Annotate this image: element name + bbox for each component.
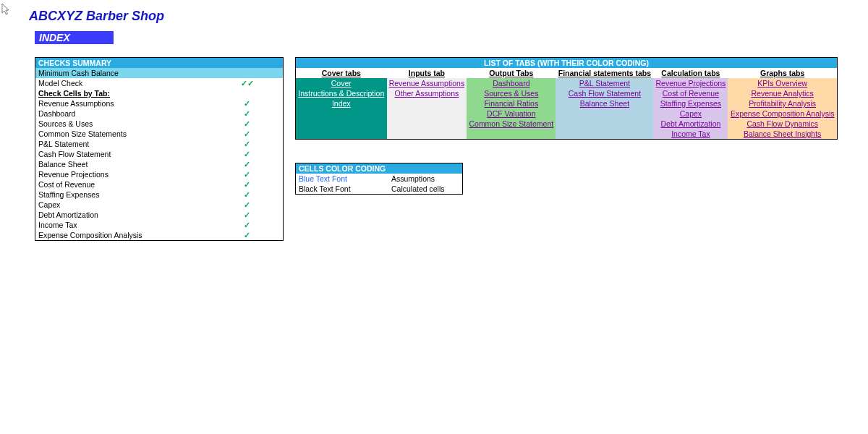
- checks-header: CHECKS SUMMARY: [35, 58, 284, 69]
- coding-label: Black Text Font: [296, 184, 389, 195]
- tabs-column-header: Graphs tabs: [728, 68, 837, 78]
- tab-link[interactable]: DCF Valuation: [487, 109, 536, 118]
- list-of-tabs-table: LIST OF TABS (WITH THEIR COLOR CODING) C…: [295, 57, 838, 140]
- check-mark-icon: ✓: [211, 169, 284, 179]
- tabs-column-header: Financial statements tabs: [556, 68, 653, 78]
- checks-row-label: Cost of Revenue: [35, 179, 212, 190]
- coding-meaning: Calculated cells: [388, 184, 463, 195]
- tab-link[interactable]: Dashboard: [493, 79, 529, 88]
- tab-link[interactable]: Balance Sheet: [580, 99, 629, 108]
- checks-row-label: Balance Sheet: [35, 159, 212, 169]
- tab-link[interactable]: Revenue Assumptions: [389, 79, 464, 88]
- tabs-column-header: Inputs tab: [387, 68, 467, 78]
- tabs-column-header: Calculation tabs: [653, 68, 728, 78]
- tab-link[interactable]: Balance Sheet Insights: [744, 129, 821, 138]
- tab-link[interactable]: Financial Ratios: [484, 99, 538, 108]
- checks-row-label: Check Cells by Tab:: [35, 88, 212, 98]
- page-title: ABCXYZ Barber Shop: [29, 9, 868, 24]
- tab-link[interactable]: Sources & Uses: [484, 89, 538, 98]
- check-mark-icon: [211, 68, 284, 78]
- tab-link[interactable]: Revenue Analytics: [751, 89, 813, 98]
- check-mark-icon: ✓: [211, 220, 284, 230]
- check-mark-icon: ✓: [211, 139, 284, 149]
- checks-row-label: Sources & Uses: [35, 119, 212, 129]
- checks-row-label: Expense Composition Analysis: [35, 230, 212, 241]
- checks-row-label: Income Tax: [35, 220, 212, 230]
- cells-color-coding-table: CELLS COLOR CODING Blue Text FontAssumpt…: [295, 163, 463, 195]
- check-mark-icon: ✓: [211, 149, 284, 159]
- tab-link[interactable]: KPIs Overview: [757, 79, 807, 88]
- tab-link[interactable]: Capex: [680, 109, 702, 118]
- tab-link[interactable]: Other Assumptions: [395, 89, 459, 98]
- tabs-column-header: Output Tabs: [467, 68, 556, 78]
- checks-row-label: Revenue Assumptions: [35, 98, 212, 109]
- checks-row-label: Common Size Statements: [35, 129, 212, 139]
- check-mark-icon: [211, 88, 284, 98]
- check-mark-icon: ✓: [211, 119, 284, 129]
- tab-link[interactable]: P&L Statement: [579, 79, 630, 88]
- tab-link[interactable]: Common Size Statement: [469, 119, 553, 128]
- tabs-column-header: Cover tabs: [296, 68, 387, 78]
- coding-label: Blue Text Font: [296, 174, 389, 184]
- tab-link[interactable]: Cost of Revenue: [663, 89, 719, 98]
- check-mark-icon: ✓: [211, 190, 284, 200]
- tab-link[interactable]: Debt Amortization: [660, 119, 720, 128]
- check-mark-icon: ✓: [211, 200, 284, 210]
- check-mark-icon: ✓: [211, 179, 284, 190]
- tab-link[interactable]: Expense Composition Analysis: [731, 109, 835, 118]
- checks-row-label: P&L Statement: [35, 139, 212, 149]
- tab-link[interactable]: Cash Flow Dynamics: [746, 119, 818, 128]
- checks-row-label: Minimum Cash Balance: [35, 68, 212, 78]
- check-mark-icon: ✓: [211, 109, 284, 119]
- checks-row-label: Cash Flow Statement: [35, 149, 212, 159]
- cursor-icon: [1, 3, 12, 16]
- tab-link[interactable]: Profitability Analysis: [749, 99, 816, 108]
- checks-row-label: Model Check: [35, 78, 212, 88]
- tabs-title: LIST OF TABS (WITH THEIR COLOR CODING): [296, 58, 838, 69]
- checks-row-label: Staffing Expenses: [35, 190, 212, 200]
- tab-link[interactable]: Staffing Expenses: [660, 99, 721, 108]
- check-mark-icon: ✓: [211, 129, 284, 139]
- checks-row-label: Dashboard: [35, 109, 212, 119]
- tab-link[interactable]: Income Tax: [671, 129, 710, 138]
- check-mark-icon: ✓: [211, 210, 284, 220]
- tab-link[interactable]: Cover: [331, 79, 352, 88]
- tab-link[interactable]: Instructions & Description: [298, 89, 384, 98]
- checks-summary-table: CHECKS SUMMARY Minimum Cash BalanceModel…: [35, 57, 284, 241]
- coding-header: CELLS COLOR CODING: [296, 163, 463, 174]
- checks-row-label: Capex: [35, 200, 212, 210]
- check-mark-icon: ✓: [211, 159, 284, 169]
- check-mark-icon: ✓: [211, 98, 284, 109]
- coding-meaning: Assumptions: [388, 174, 463, 184]
- tab-link[interactable]: Index: [332, 99, 351, 108]
- check-mark-icon: ✓✓: [211, 78, 284, 88]
- check-mark-icon: ✓: [211, 230, 284, 241]
- checks-row-label: Debt Amortization: [35, 210, 212, 220]
- tab-link[interactable]: Cash Flow Statement: [569, 89, 641, 98]
- index-badge: INDEX: [35, 31, 114, 44]
- tab-link[interactable]: Revenue Projections: [655, 79, 726, 88]
- checks-row-label: Revenue Projections: [35, 169, 212, 179]
